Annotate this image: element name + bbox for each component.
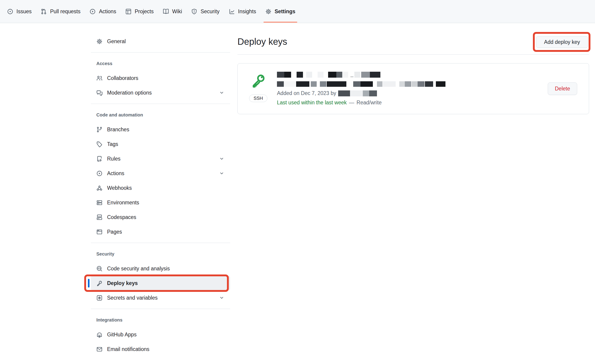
table-icon — [125, 8, 132, 15]
sidebar-item-label: GitHub Apps — [107, 332, 136, 338]
codespaces-icon — [96, 214, 103, 220]
comment-discussion-icon — [96, 90, 103, 96]
hubot-icon — [96, 332, 103, 338]
sidebar-item-code-security-and-analysis[interactable]: Code security and analysis — [91, 261, 230, 276]
sidebar-item-secrets-and-variables[interactable]: Secrets and variables — [91, 291, 230, 305]
annotation-box-deploy-keys — [84, 274, 229, 292]
sidebar-item-environments[interactable]: Environments — [91, 195, 230, 210]
key-fingerprint-redacted: SHA256:edu — [277, 79, 446, 89]
graph-icon — [229, 8, 235, 15]
chevron-down-icon — [219, 295, 224, 300]
sidebar-item-label: Webhooks — [107, 185, 132, 191]
added-on-text: Added on Dec 7, 2023 by — [277, 90, 336, 96]
tab-label: Wiki — [172, 8, 182, 15]
sidebar-item-branches[interactable]: Branches — [91, 122, 230, 137]
sidebar-item-label: Codespaces — [107, 214, 136, 220]
sidebar-item-collaborators[interactable]: Collaborators — [91, 71, 230, 86]
issue-opened-icon — [7, 8, 13, 15]
sidebar-section-integrations: Integrations — [91, 313, 230, 327]
sidebar-item-actions[interactable]: Actions — [91, 166, 230, 181]
browser-icon — [96, 229, 103, 235]
last-used-text: Last used within the last week — [277, 100, 347, 106]
sidebar-item-label: Deploy keys — [107, 280, 138, 286]
key-title-fragment: _ — [350, 71, 354, 78]
gear-icon — [265, 8, 271, 15]
tab-label: Issues — [16, 8, 31, 15]
sidebar-section-access: Access — [91, 56, 230, 71]
key-last-used-line: Last used within the last week — Read/wr… — [277, 98, 446, 107]
sidebar-item-label: Environments — [107, 200, 139, 206]
deploy-key-card: SSH _ SHA256:edu Added on Dec 7, 2023 by… — [237, 63, 589, 114]
key-icon — [96, 280, 103, 286]
tab-label: Pull requests — [50, 8, 80, 15]
shield-icon — [191, 8, 197, 15]
sidebar-item-email-notifications[interactable]: Email notifications — [91, 342, 230, 357]
tab-wiki[interactable]: Wiki — [159, 0, 185, 23]
mail-icon — [96, 346, 103, 352]
server-icon — [96, 200, 103, 206]
active-tab-underline — [263, 22, 297, 23]
sidebar-item-tags[interactable]: Tags — [91, 137, 230, 151]
sidebar-item-label: Rules — [107, 156, 120, 162]
tab-settings[interactable]: Settings — [262, 0, 299, 23]
tab-label: Settings — [275, 8, 295, 15]
chevron-down-icon — [219, 90, 224, 95]
settings-sidebar: General Access Collaborators Moderation … — [91, 34, 230, 357]
git-pull-request-icon — [41, 8, 47, 15]
play-icon — [96, 170, 103, 177]
sidebar-item-label: Email notifications — [107, 346, 149, 352]
redaction-blocks — [277, 72, 350, 78]
sidebar-item-label: Collaborators — [107, 75, 138, 81]
redaction-blocks — [354, 72, 380, 78]
tab-issues[interactable]: Issues — [4, 0, 35, 23]
tab-insights[interactable]: Insights — [225, 0, 260, 23]
chevron-down-icon — [219, 171, 224, 176]
sidebar-item-label: Branches — [107, 127, 129, 133]
sidebar-item-label: Moderation options — [107, 90, 152, 96]
webhook-icon — [96, 185, 103, 191]
tab-pull-requests[interactable]: Pull requests — [37, 0, 84, 23]
gear-icon — [96, 38, 103, 44]
redaction-blocks-username — [338, 90, 377, 96]
sidebar-divider — [91, 104, 230, 104]
sidebar-item-moderation-options[interactable]: Moderation options — [91, 86, 230, 100]
tab-label: Projects — [135, 8, 154, 15]
repo-tab-bar: Issues Pull requests Actions Projects Wi… — [0, 0, 595, 23]
sidebar-section-security: Security — [91, 247, 230, 261]
play-icon — [90, 8, 96, 15]
ssh-key-icon — [251, 73, 266, 88]
sidebar-item-label: Code security and analysis — [107, 266, 170, 272]
sidebar-item-codespaces[interactable]: Codespaces — [91, 210, 230, 224]
add-deploy-key-button[interactable]: Add deploy key — [536, 36, 588, 48]
sidebar-item-general[interactable]: General — [91, 34, 230, 49]
page-title: Deploy keys — [237, 36, 287, 47]
repo-push-icon — [96, 156, 103, 162]
key-added-line: Added on Dec 7, 2023 by — [277, 89, 446, 98]
tab-actions[interactable]: Actions — [86, 0, 120, 23]
key-title-redacted: _ — [277, 70, 446, 79]
sidebar-item-pages[interactable]: Pages — [91, 224, 230, 239]
book-icon — [163, 8, 169, 15]
git-branch-icon — [96, 127, 103, 133]
sidebar-item-label: Pages — [107, 229, 122, 235]
sidebar-item-github-apps[interactable]: GitHub Apps — [91, 327, 230, 342]
separator-dash: — — [349, 100, 354, 106]
sidebar-item-deploy-keys[interactable]: Deploy keys — [91, 276, 230, 291]
sidebar-divider — [91, 309, 230, 309]
tab-projects[interactable]: Projects — [122, 0, 157, 23]
sidebar-item-rules[interactable]: Rules — [91, 151, 230, 166]
sidebar-item-webhooks[interactable]: Webhooks — [91, 181, 230, 195]
codescan-icon — [96, 266, 103, 272]
tab-label: Security — [200, 8, 220, 15]
sidebar-item-label: Tags — [107, 141, 118, 147]
deploy-key-details: _ SHA256:edu Added on Dec 7, 2023 by Las… — [277, 70, 446, 107]
sidebar-item-label: Secrets and variables — [107, 295, 157, 301]
sidebar-divider — [91, 243, 230, 243]
chevron-down-icon — [219, 156, 224, 161]
redaction-blocks — [277, 79, 446, 89]
delete-key-button[interactable]: Delete — [548, 82, 577, 95]
access-level-text: Read/write — [357, 100, 382, 106]
sidebar-item-label: General — [107, 38, 126, 44]
key-asterisk-icon — [96, 295, 103, 301]
tab-security[interactable]: Security — [188, 0, 223, 23]
